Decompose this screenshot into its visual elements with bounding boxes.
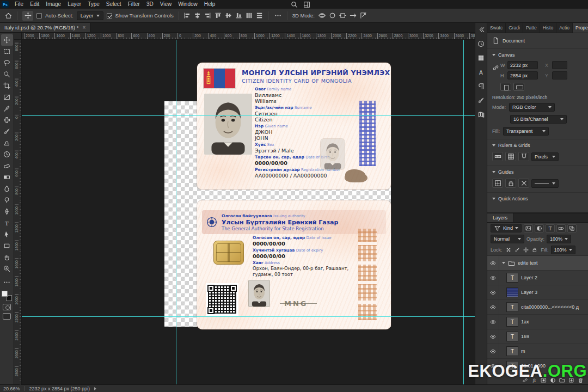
lock-move-icon[interactable] bbox=[522, 246, 530, 254]
layer-row-cita0000000-0-д[interactable]: Tcita0000000...<<<<<<<0 д bbox=[487, 300, 588, 315]
align-center-h-icon[interactable] bbox=[193, 11, 202, 20]
brushes-panel-icon[interactable] bbox=[476, 96, 486, 105]
units-dropdown[interactable]: Pixels bbox=[531, 152, 559, 161]
layer-row-1ax[interactable]: T1ax bbox=[487, 315, 588, 329]
tool-type[interactable]: T bbox=[1, 217, 13, 229]
align-right-icon[interactable] bbox=[204, 11, 212, 20]
app-icon[interactable]: Ps bbox=[2, 1, 9, 8]
grid-icon[interactable] bbox=[505, 152, 516, 161]
align-middle-v-icon[interactable] bbox=[224, 11, 233, 20]
menu-help[interactable]: Help bbox=[201, 0, 219, 9]
panel-tab-histo[interactable]: Histo bbox=[540, 23, 556, 33]
panel-tab-gradi[interactable]: Gradi bbox=[506, 23, 523, 33]
guides-section-header[interactable]: Guides bbox=[487, 166, 588, 177]
align-top-icon[interactable] bbox=[214, 11, 223, 20]
visibility-toggle[interactable] bbox=[487, 271, 499, 285]
lock-guides-icon[interactable] bbox=[505, 179, 516, 188]
distribute-h-icon[interactable] bbox=[245, 11, 254, 20]
tool-eyedropper[interactable] bbox=[1, 103, 13, 114]
layer-row-layer-3[interactable]: Layer 3 bbox=[487, 285, 588, 300]
guide-style-dropdown[interactable] bbox=[531, 179, 559, 188]
tool-blur[interactable] bbox=[1, 183, 13, 194]
tool-gradient[interactable] bbox=[1, 171, 13, 183]
color-swatches[interactable] bbox=[2, 291, 12, 301]
panel-tab-actio[interactable]: Actio bbox=[556, 23, 573, 33]
visibility-toggle[interactable] bbox=[487, 256, 499, 270]
more-options-icon[interactable] bbox=[273, 11, 283, 21]
guides-icon[interactable] bbox=[492, 179, 503, 188]
image-filter-icon[interactable] bbox=[524, 224, 533, 232]
workspace-icon[interactable] bbox=[303, 1, 310, 8]
smart-filter-icon[interactable] bbox=[567, 224, 577, 232]
collapse-panels-icon[interactable] bbox=[476, 25, 486, 34]
close-icon[interactable]: × bbox=[82, 24, 85, 30]
libraries-panel-icon[interactable] bbox=[476, 110, 486, 119]
guide-horizontal[interactable] bbox=[22, 115, 475, 116]
pan-3d-icon[interactable] bbox=[339, 11, 347, 20]
panel-tab-swatc[interactable]: Swatc bbox=[487, 23, 506, 33]
menu-filter[interactable]: Filter bbox=[125, 0, 143, 9]
lock-all-icon[interactable] bbox=[531, 246, 539, 254]
guide-horizontal[interactable] bbox=[22, 316, 475, 317]
search-icon[interactable] bbox=[290, 1, 298, 8]
status-menu-arrow[interactable] bbox=[94, 387, 96, 390]
home-icon[interactable] bbox=[3, 11, 13, 21]
tool-path-select[interactable] bbox=[1, 229, 13, 240]
chevron-down-icon[interactable] bbox=[502, 262, 505, 264]
orbit-3d-icon[interactable] bbox=[318, 11, 327, 20]
shape-filter-icon[interactable] bbox=[556, 224, 566, 232]
visibility-toggle[interactable] bbox=[487, 344, 499, 358]
lock-paint-icon[interactable] bbox=[513, 246, 522, 254]
x-field[interactable] bbox=[552, 61, 567, 69]
tool-clone-stamp[interactable] bbox=[1, 137, 13, 149]
tool-crop[interactable] bbox=[1, 80, 13, 91]
ruler-icon[interactable] bbox=[492, 152, 503, 161]
fill-dropdown[interactable]: Transparent bbox=[503, 127, 549, 136]
scale-3d-icon[interactable] bbox=[359, 11, 368, 20]
menu-image[interactable]: Image bbox=[42, 0, 64, 9]
tool-zoom[interactable] bbox=[1, 263, 13, 274]
blend-mode-dropdown[interactable]: Normal bbox=[491, 235, 524, 243]
visibility-toggle[interactable] bbox=[487, 329, 499, 344]
height-field[interactable]: 2854 px bbox=[507, 71, 538, 79]
quick-actions-section-header[interactable]: Quick Actions bbox=[487, 192, 588, 204]
lock-transparent-icon[interactable] bbox=[505, 246, 513, 254]
tool-dodge[interactable] bbox=[1, 194, 13, 206]
roll-3d-icon[interactable] bbox=[328, 11, 337, 20]
move-tool-indicator[interactable] bbox=[22, 11, 33, 21]
menu-layer[interactable]: Layer bbox=[64, 0, 84, 9]
quick-mask-icon[interactable] bbox=[3, 304, 11, 310]
mode-dropdown[interactable]: RGB Color bbox=[509, 103, 555, 112]
color-panel-icon[interactable] bbox=[476, 53, 486, 63]
tool-healing[interactable] bbox=[1, 114, 13, 126]
layer-row-169[interactable]: T169 bbox=[487, 329, 588, 344]
tool-eraser[interactable] bbox=[1, 160, 13, 171]
tool-lasso[interactable] bbox=[1, 57, 13, 69]
layer-row-edite-text[interactable]: edite text bbox=[487, 256, 588, 271]
tool-frame[interactable] bbox=[1, 91, 13, 103]
tab-layers[interactable]: Layers bbox=[487, 213, 513, 222]
document-tab[interactable]: Italy id.psd @ 20.7% (RGB/16) * × bbox=[0, 23, 90, 32]
ruler-horizontal[interactable]: 2000180016001400120010008006004002000200… bbox=[22, 33, 475, 40]
menu-select[interactable]: Select bbox=[103, 0, 125, 9]
tool-history-brush[interactable] bbox=[1, 149, 13, 160]
tool-hand[interactable] bbox=[1, 252, 13, 263]
snap-icon[interactable] bbox=[518, 152, 529, 161]
clear-guides-icon[interactable] bbox=[518, 179, 529, 188]
character-panel-icon[interactable]: A bbox=[476, 68, 486, 77]
menu-3d[interactable]: 3D bbox=[143, 0, 157, 9]
panel-tab-patte[interactable]: Patte bbox=[523, 23, 540, 33]
link-dimensions-icon[interactable] bbox=[492, 64, 499, 71]
tool-move[interactable] bbox=[1, 34, 13, 46]
kind-filter-dropdown[interactable]: Kind bbox=[491, 224, 522, 232]
layer-row-layer-2[interactable]: TLayer 2 bbox=[487, 271, 588, 285]
width-field[interactable]: 2232 px bbox=[507, 61, 538, 69]
panel-tab-properties[interactable]: Properties bbox=[573, 23, 588, 33]
zoom-level-field[interactable]: 20.66% bbox=[3, 386, 20, 391]
layers-fill-dropdown[interactable]: 100% bbox=[551, 246, 575, 254]
edit-toolbar-icon[interactable] bbox=[1, 277, 13, 288]
align-bottom-icon[interactable] bbox=[235, 11, 243, 20]
menu-file[interactable]: File bbox=[11, 0, 27, 9]
landscape-orientation-button[interactable] bbox=[513, 83, 524, 91]
tool-pen[interactable] bbox=[1, 206, 13, 217]
